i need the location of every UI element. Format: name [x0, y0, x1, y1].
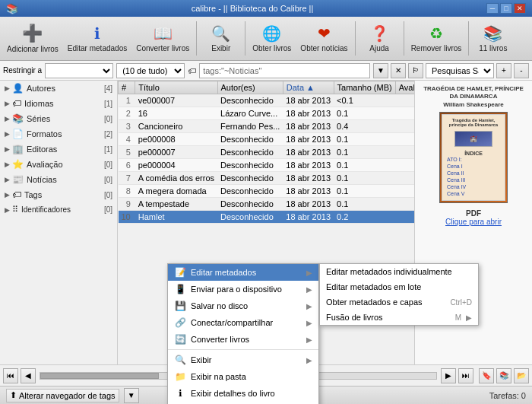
bottom-icon-1[interactable]: 🔖 [479, 368, 494, 383]
submenu-fetch-covers[interactable]: Obter metadados e capas Ctrl+D [320, 294, 478, 310]
table-row[interactable]: 4 pe000008 Desconhecido 18 abr 2013 0.1 [119, 133, 415, 146]
ctx-connect[interactable]: 🔗 Conectar/compartilhar ▶ [168, 314, 318, 331]
add-books-label: Adicionar livros [7, 45, 59, 53]
ctx-convert[interactable]: 🔄 Converter livros ▶ [168, 331, 318, 348]
ctx-view-details[interactable]: ℹ Exibir detalhes do livro [168, 385, 318, 402]
table-row[interactable]: 2 16 Lázaro Curve... 18 abr 2013 0.1 [119, 107, 415, 120]
row-size: 0.1 [334, 133, 395, 146]
nav-last-btn[interactable]: ⏭ [458, 368, 473, 383]
add-icon: ➕ [22, 24, 43, 43]
library-count-button[interactable]: 📚 11 livros [472, 19, 514, 59]
status-dropdown-btn[interactable]: ▼ [124, 388, 139, 403]
sidebar-item-series[interactable]: ▶ 📚 Séries [0] [0, 111, 117, 126]
pdf-open-link[interactable]: Clique para abrir [445, 218, 502, 226]
sidebar-item-editoras[interactable]: ▶ 🏢 Editoras [1] [0, 142, 117, 157]
submenu-merge[interactable]: Fusão de livros M ▶ [320, 310, 478, 325]
row-num: 8 [119, 185, 135, 198]
row-rating [395, 172, 414, 185]
maximize-button[interactable]: □ [500, 3, 512, 14]
ctx-convert-arrow: ▶ [306, 336, 312, 344]
main-area: ▶ 👤 Autores [4] ▶ 🏷 Idiomas [1] ▶ 📚 Séri… [0, 81, 532, 364]
table-row[interactable]: 6 pe000004 Desconhecido 18 abr 2013 0.1 [119, 159, 415, 172]
tags-label: Tags [24, 190, 104, 199]
collapse-arrow-series: ▶ [5, 115, 10, 122]
add-books-button[interactable]: ➕ Adicionar livros [3, 19, 62, 59]
ctx-view[interactable]: 🔍 Exibir ▶ [168, 352, 318, 368]
submenu-edit-individual[interactable]: Editar metadados individualmente [320, 264, 478, 279]
table-row[interactable]: 9 A tempestade Desconhecido 18 abr 2013 … [119, 198, 415, 211]
sidebar-item-autores[interactable]: ▶ 👤 Autores [4] [0, 81, 117, 96]
minimize-button[interactable]: ─ [486, 3, 499, 14]
window-title: calibre - || Biblioteca do Calibre || [18, 4, 486, 13]
table-row[interactable]: 3 Cancioneiro Fernando Pes... 18 abr 201… [119, 120, 415, 133]
submenu-edit-batch[interactable]: Editar metadados em lote [320, 279, 478, 294]
col-author[interactable]: Autor(es) [217, 81, 283, 94]
search-options-btn[interactable]: ▼ [373, 63, 388, 78]
submenu-merge-arrow: ▶ [466, 313, 472, 322]
ctx-send-device[interactable]: 📱 Enviar para o dispositivo ▶ [168, 281, 318, 297]
collapse-arrow-identificadores: ▶ [5, 206, 10, 214]
series-label: Séries [27, 114, 104, 123]
sidebar: ▶ 👤 Autores [4] ▶ 🏷 Idiomas [1] ▶ 📚 Séri… [0, 81, 118, 364]
ctx-view-folder[interactable]: 📁 Exibir na pasta [168, 368, 318, 385]
row-num: 9 [119, 198, 135, 211]
close-button[interactable]: ✕ [514, 3, 526, 14]
sidebar-item-tags[interactable]: ▶ 🏷 Tags [0] [0, 187, 117, 202]
ctx-save-disk[interactable]: 💾 Salvar no disco ▶ [168, 297, 318, 314]
toc-entries: ATO I: Cena I Cena II Cena III Cena IV C… [444, 156, 503, 198]
row-rating [395, 159, 414, 172]
editoras-icon: 🏢 [12, 144, 24, 154]
col-rating[interactable]: Avaliação [395, 81, 414, 94]
ctx-edit-metadata[interactable]: 📝 Editar metadados ▶ [168, 264, 318, 281]
col-date[interactable]: Data ▲ [283, 81, 334, 94]
sidebar-item-formatos[interactable]: ▶ 📄 Formatos [2] [0, 126, 117, 142]
nav-next-btn[interactable]: ▶ [441, 368, 456, 383]
identificadores-count: [0] [104, 205, 112, 214]
saved-search-add-btn[interactable]: + [496, 63, 511, 78]
collapse-arrow-autores: ▶ [5, 84, 10, 92]
collapse-arrow-idiomas: ▶ [5, 100, 10, 107]
row-date: 18 abr 2013 [283, 107, 334, 120]
nav-prev-btn[interactable]: ◀ [21, 368, 36, 383]
help-button[interactable]: ❓ Ajuda [359, 19, 401, 59]
series-count: [0] [104, 115, 112, 123]
edit-metadata-button[interactable]: ℹ Editar metadados [64, 19, 131, 59]
sidebar-item-identificadores[interactable]: ▶ ⠿ Identificadores [0] [0, 202, 117, 217]
book-cover-inner: Tragédia de Hamlet, príncipe da Dinamarc… [442, 114, 505, 201]
pager-select[interactable]: (10 de tudo) [116, 63, 185, 78]
col-num[interactable]: # [119, 81, 135, 94]
restrict-select[interactable] [45, 63, 113, 78]
table-row[interactable]: 8 A megera domada Desconhecido 18 abr 20… [119, 185, 415, 198]
tag-browser-btn[interactable]: ⬆ Alterar navegador de tags [6, 389, 119, 402]
convert-books-button[interactable]: 📖 Converter livros [132, 19, 193, 59]
get-news-button[interactable]: ❤ Obter notícias [296, 19, 351, 59]
view-button[interactable]: 🔍 Exibir [200, 19, 242, 59]
nav-first-btn[interactable]: ⏮ [3, 368, 18, 383]
row-num: 7 [119, 172, 135, 185]
get-books-button[interactable]: 🌐 Obter livros [249, 19, 295, 59]
saved-searches-select[interactable]: Pesquisas Salvas [426, 63, 494, 78]
ctx-view-details-icon: ℹ [174, 388, 186, 399]
col-size[interactable]: Tamanho (MB) [334, 81, 395, 94]
view-icon: 🔍 [211, 24, 230, 43]
ctx-connect-arrow: ▶ [306, 319, 312, 327]
row-author: Desconhecido [217, 198, 283, 211]
bottom-icon-2[interactable]: 📚 [496, 368, 511, 383]
table-row[interactable]: 5 pe000007 Desconhecido 18 abr 2013 0.1 [119, 146, 415, 159]
bottom-icon-3[interactable]: 📂 [514, 368, 529, 383]
table-row[interactable]: 10 Hamlet Desconhecido 18 abr 2013 0.2 [119, 211, 415, 224]
col-title[interactable]: Título [135, 81, 217, 94]
row-size: 0.1 [334, 146, 395, 159]
idiomas-count: [1] [104, 100, 112, 108]
row-num: 3 [119, 120, 135, 133]
sidebar-item-noticias[interactable]: ▶ 📰 Notícias [0] [0, 172, 117, 187]
table-row[interactable]: 7 A comédia dos erros Desconhecido 18 ab… [119, 172, 415, 185]
tag-browser-icon: ⬆ [10, 390, 17, 400]
clear-search-btn[interactable]: ✕ [391, 63, 406, 78]
table-row[interactable]: 1 ve000007 Desconhecido 18 abr 2013 <0.1 [119, 94, 415, 107]
tag-search-box[interactable]: tags:"~Noticias" [199, 63, 370, 78]
sidebar-item-avaliacao[interactable]: ▶ ⭐ Avaliação [0] [0, 157, 117, 172]
remove-books-button[interactable]: ♻ Remover livros [407, 19, 466, 59]
sidebar-item-idiomas[interactable]: ▶ 🏷 Idiomas [1] [0, 96, 117, 111]
saved-search-remove-btn[interactable]: - [514, 63, 529, 78]
